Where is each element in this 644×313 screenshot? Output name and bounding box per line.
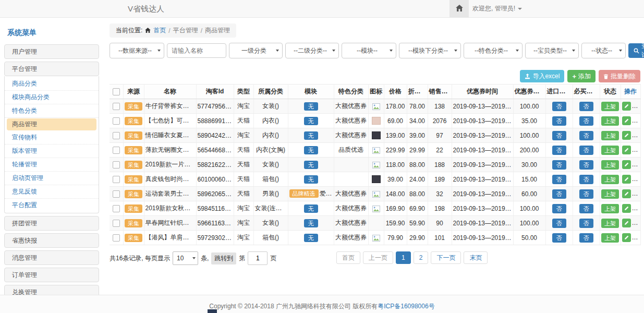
import-select-toggle[interactable]: 否 [552, 204, 566, 213]
must-buy-toggle[interactable]: 否 [579, 233, 593, 243]
row-checkbox[interactable] [113, 190, 120, 198]
row-checkbox[interactable] [113, 147, 120, 154]
status-toggle[interactable]: 上架 [601, 146, 619, 155]
edit-button[interactable] [622, 175, 631, 184]
icp-link[interactable]: 粤ICP备16098006号 [378, 302, 434, 311]
sidebar-section-消息管理[interactable]: 消息管理 [4, 250, 99, 265]
row-checkbox[interactable] [113, 205, 120, 212]
sidebar-item-商品管理[interactable]: 商品管理 [7, 118, 96, 130]
sidebar-section-省惠快报[interactable]: 省惠快报 [4, 233, 99, 248]
filter-select-status[interactable]: --状态-- [581, 43, 626, 58]
edit-button[interactable] [622, 102, 631, 111]
status-toggle[interactable]: 上架 [601, 189, 619, 199]
page-button-上一页[interactable]: 上一页 [363, 251, 393, 264]
filter-select-module[interactable]: --模块-- [342, 43, 396, 58]
edit-button[interactable] [622, 189, 631, 198]
page-button-下一页[interactable]: 下一页 [431, 251, 461, 264]
status-toggle[interactable]: 上架 [601, 116, 619, 126]
status-toggle[interactable]: 上架 [601, 131, 619, 140]
sidebar-section-兑换管理[interactable]: 兑换管理 [4, 285, 99, 295]
search-button[interactable]: 查询 [628, 43, 644, 58]
must-buy-toggle[interactable]: 否 [579, 219, 593, 228]
import-select-toggle[interactable]: 否 [552, 233, 566, 243]
name-cell: 运动套装男士卫衣初秋... [144, 187, 196, 201]
import-select-toggle[interactable]: 否 [552, 175, 566, 184]
row-checkbox[interactable] [113, 220, 120, 227]
sidebar-section-拼团管理[interactable]: 拼团管理 [4, 216, 99, 231]
import-select-toggle[interactable]: 否 [552, 219, 566, 228]
import-select-toggle[interactable]: 否 [552, 189, 566, 199]
sidebar-item-模块商品分类[interactable]: 模块商品分类 [5, 91, 99, 104]
edit-button[interactable] [622, 204, 631, 213]
status-toggle[interactable]: 上架 [601, 175, 619, 184]
sidebar-item-版本管理[interactable]: 版本管理 [5, 145, 99, 158]
status-toggle[interactable]: 上架 [601, 102, 619, 111]
row-checkbox[interactable] [113, 234, 120, 242]
sidebar-item-意见反馈[interactable]: 意见反馈 [5, 185, 99, 199]
sidebar-item-平台配置[interactable]: 平台配置 [5, 199, 99, 212]
import-excel-button[interactable]: 导入excel [520, 70, 564, 82]
edit-button[interactable] [622, 160, 631, 169]
sidebar-section-用户管理[interactable]: 用户管理 [4, 44, 99, 59]
edit-button[interactable] [622, 219, 631, 227]
per-page-select[interactable]: 10 [173, 251, 198, 265]
breadcrumb-home-link[interactable]: 首页 [153, 26, 166, 35]
filter-select-data-source[interactable]: --数据来源-- [110, 43, 164, 58]
price-cell: 169.90 [384, 201, 407, 216]
user-menu[interactable]: 欢迎您, 管理员! [472, 0, 522, 17]
must-buy-toggle[interactable]: 否 [579, 102, 593, 111]
filter-select-item-type[interactable]: --宝贝类型-- [525, 43, 579, 58]
sidebar-section-订单管理[interactable]: 订单管理 [4, 268, 99, 282]
row-checkbox[interactable] [113, 117, 120, 125]
row-checkbox[interactable] [113, 161, 120, 168]
sidebar-item-商品分类[interactable]: 商品分类 [5, 77, 99, 91]
coupon-amount-cell: 100.00 [513, 99, 545, 114]
row-checkbox[interactable] [113, 176, 120, 183]
must-buy-toggle[interactable]: 否 [579, 131, 593, 140]
row-checkbox-cell [110, 172, 123, 187]
must-buy-toggle[interactable]: 否 [579, 189, 593, 199]
status-toggle[interactable]: 上架 [601, 233, 619, 243]
import-select-toggle[interactable]: 否 [552, 116, 566, 126]
select-all-checkbox[interactable] [113, 88, 120, 95]
import-select-toggle[interactable]: 否 [552, 160, 566, 170]
row-checkbox[interactable] [113, 103, 120, 110]
must-buy-toggle[interactable]: 否 [579, 146, 593, 155]
sidebar-item-轮播管理[interactable]: 轮播管理 [5, 158, 99, 172]
page-button-首页[interactable]: 首页 [336, 251, 360, 264]
edit-button[interactable] [622, 233, 631, 242]
page-button-末页[interactable]: 末页 [464, 251, 488, 264]
must-buy-toggle[interactable]: 否 [579, 116, 593, 126]
import-select-toggle[interactable]: 否 [552, 102, 566, 111]
sidebar-item-宣传物料[interactable]: 宣传物料 [5, 131, 99, 145]
edit-button[interactable] [622, 116, 631, 125]
jump-to-button[interactable]: 跳转到 [211, 252, 236, 264]
app-title[interactable]: V省钱达人 [128, 0, 164, 17]
row-checkbox[interactable] [113, 132, 120, 139]
edit-button[interactable] [622, 146, 631, 154]
sidebar-section-平台管理[interactable]: 平台管理 [4, 62, 99, 76]
status-toggle[interactable]: 上架 [601, 204, 619, 213]
filter-name-input[interactable] [167, 43, 226, 58]
filter-select-level1-category[interactable]: 一级分类 [229, 43, 283, 58]
sidebar-item-特色分类[interactable]: 特色分类 [5, 104, 99, 118]
page-button-2[interactable]: 2 [414, 251, 429, 264]
sidebar-item-启动页管理[interactable]: 启动页管理 [5, 172, 99, 185]
must-buy-toggle[interactable]: 否 [579, 175, 593, 184]
status-toggle[interactable]: 上架 [601, 160, 619, 170]
status-toggle[interactable]: 上架 [601, 219, 619, 228]
must-buy-toggle[interactable]: 否 [579, 204, 593, 213]
page-number-input[interactable] [248, 251, 268, 265]
add-button[interactable]: + 添加 [567, 70, 596, 82]
filter-select-level2-category[interactable]: --二级分类-- [285, 43, 339, 58]
filter-select-label: --模块下分类-- [408, 46, 448, 55]
batch-delete-button[interactable]: 批量删除 [599, 70, 640, 82]
home-nav-button[interactable] [449, 0, 469, 17]
must-buy-toggle[interactable]: 否 [579, 160, 593, 170]
edit-button[interactable] [622, 131, 631, 140]
import-select-toggle[interactable]: 否 [552, 146, 566, 155]
import-select-toggle[interactable]: 否 [552, 131, 566, 140]
page-button-1[interactable]: 1 [396, 251, 411, 264]
filter-select-module-sub-category[interactable]: --模块下分类-- [399, 43, 461, 58]
filter-select-feature-category[interactable]: --特色分类-- [464, 43, 523, 58]
